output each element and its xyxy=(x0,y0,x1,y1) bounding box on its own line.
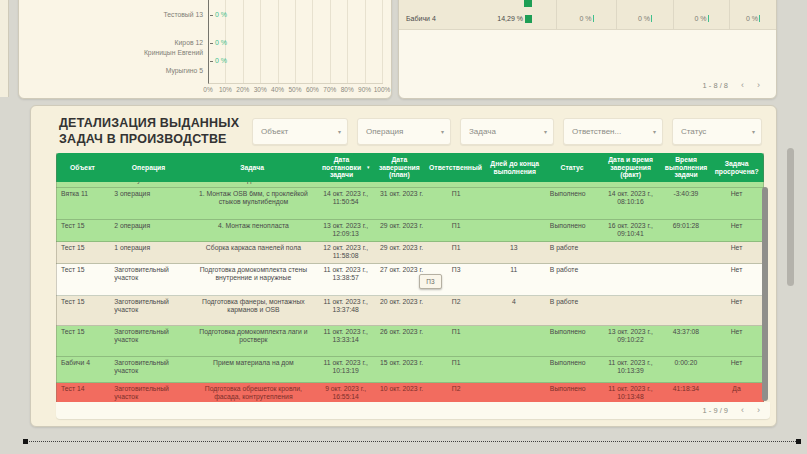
cell-object: Тест 15 xyxy=(56,296,109,325)
column-header-3[interactable]: Дата постановки задачи▾ xyxy=(316,153,372,182)
clipped-text: дом xyxy=(189,182,318,183)
cell-overdue: Нет xyxy=(709,357,764,382)
kpi-percent-value: 0 % xyxy=(638,15,650,22)
mini-progress-bar xyxy=(593,15,594,22)
cell-fact xyxy=(598,242,663,263)
kpi-page-range: 1 - 8 / 8 xyxy=(703,81,728,90)
chart-value-label: 0 % xyxy=(210,39,227,46)
chart-category-label: Тестовый 13 xyxy=(131,11,203,19)
column-header-5[interactable]: Ответственный xyxy=(427,153,484,182)
cell-operation: 3 операция xyxy=(109,188,189,219)
cell-overdue: Нет xyxy=(709,220,764,241)
cell-task: Прием материала на дом xyxy=(189,357,318,382)
cell-operation: Заготовительный участок xyxy=(109,326,189,356)
left-panel-edge xyxy=(0,0,9,97)
filter-label: Статус xyxy=(681,127,706,136)
cell-fact xyxy=(598,296,663,325)
column-header-7[interactable]: Статус xyxy=(546,153,599,182)
task-table: ОбъектОперацияЗадачаДата постановки зада… xyxy=(56,153,764,411)
kpi-pagination: 1 - 8 / 8 ‹ › xyxy=(703,81,760,90)
filter-object[interactable]: Объект▾ xyxy=(252,118,348,145)
clipped-cell: дом xyxy=(189,182,318,187)
axis-tick-icon xyxy=(210,43,213,44)
cell-start: 11 окт. 2023 г., 13:37:48 xyxy=(318,296,374,325)
filter-bar: Объект▾Операция▾Задача▾Ответствен...▾Ста… xyxy=(252,116,762,145)
cell-days_left xyxy=(483,357,545,382)
column-header-6[interactable]: Дней до конца выполнения xyxy=(484,153,546,182)
cell-task: Подготовка домокомплекта лаги и ростверк xyxy=(189,326,318,356)
cell-status: В работе xyxy=(545,296,598,325)
kpi-percent-cell: 0 % xyxy=(556,8,616,29)
column-header-2[interactable]: Задача xyxy=(188,153,316,182)
kpi-prev-page-button[interactable]: ‹ xyxy=(741,81,744,90)
selection-handle-left[interactable] xyxy=(23,439,28,444)
cell-fact: 13 окт. 2023 г., 09:10:22 xyxy=(598,326,663,356)
cell-overdue: Нет xyxy=(709,188,764,219)
cell-duration xyxy=(663,296,709,325)
filter-operation[interactable]: Операция▾ xyxy=(357,118,451,145)
column-header-8[interactable]: Дата и время завершения (факт) xyxy=(598,153,662,182)
kpi-percent-cell: 0 % xyxy=(729,8,776,29)
cell-duration: 69:01:28 xyxy=(663,220,709,241)
cell-days_left: 4 xyxy=(483,296,545,325)
cell-object: Тест 15 xyxy=(56,242,109,263)
clipped-cell xyxy=(598,182,663,187)
table-prev-page-button[interactable]: ‹ xyxy=(741,406,744,415)
filter-task[interactable]: Задача▾ xyxy=(460,118,554,145)
cell-responsible: П1 xyxy=(430,242,483,263)
table-next-page-button[interactable]: › xyxy=(757,406,760,415)
cell-responsible: П1 xyxy=(430,326,483,356)
table-header-row: ОбъектОперацияЗадачаДата постановки зада… xyxy=(56,153,764,182)
selection-handle-right[interactable] xyxy=(796,439,801,444)
column-header-1[interactable]: Операция xyxy=(109,153,188,182)
window-scrollbar[interactable] xyxy=(787,148,794,286)
column-header-10[interactable]: Задача просрочена? xyxy=(709,153,764,182)
cell-duration xyxy=(663,242,709,263)
cell-fact: 11 окт. 2023 г., 10:13:39 xyxy=(598,357,663,382)
cell-object: Тест 15 xyxy=(56,326,109,356)
column-header-0[interactable]: Объект xyxy=(56,153,109,182)
cell-start: 11 окт. 2023 г., 10:13:19 xyxy=(318,357,374,382)
cell-divider xyxy=(673,0,674,8)
objects-progress-card: Бабичи 4 14,29 % 0 %0 %0 %0 % 1 - 8 / 8 … xyxy=(398,0,777,99)
column-header-4[interactable]: Дата завершения (план) xyxy=(372,153,428,182)
cell-days_left xyxy=(483,326,545,356)
cell-duration: 0:00:20 xyxy=(663,357,709,382)
mini-progress-bar xyxy=(708,15,709,22)
cell-status: В работе xyxy=(545,264,598,295)
clipped-cell xyxy=(663,182,709,187)
responsible-tooltip: П3 xyxy=(419,274,442,289)
filter-label: Операция xyxy=(366,127,403,136)
cell-status: Выполнено xyxy=(545,357,598,382)
cell-object: Бабичи 4 xyxy=(56,357,109,382)
dropdown-arrow-icon: ▾ xyxy=(338,128,341,135)
table-row: Вятка 113 операция1. Монтаж OSB 6мм, с п… xyxy=(56,188,764,220)
clipped-cell xyxy=(545,182,598,187)
cell-days_left: 11 xyxy=(483,264,545,295)
clipped-cell xyxy=(318,182,374,187)
cell-divider xyxy=(616,0,617,8)
cell-operation: 1 операция xyxy=(109,242,189,263)
cell-status: Выполнено xyxy=(545,188,598,219)
filter-label: Ответствен... xyxy=(572,127,621,136)
filter-responsible[interactable]: Ответствен...▾ xyxy=(563,118,663,145)
filter-status[interactable]: Статус▾ xyxy=(672,118,762,145)
cell-task: Подготовка фанеры, монтажных карманов и … xyxy=(189,296,318,325)
cell-operation: Заготовительный участок xyxy=(109,296,189,325)
page-title: ДЕТАЛИЗАЦИЯ ВЫДАННЫХ ЗАДАЧ В ПРОИЗВОДСТВ… xyxy=(59,116,252,147)
cell-task: 1. Монтаж OSB 6мм, с проклейкой стыков м… xyxy=(189,188,318,219)
column-header-9[interactable]: Время выполнения задачи xyxy=(663,153,710,182)
table-scrollbar[interactable] xyxy=(762,187,768,401)
cell-duration xyxy=(663,264,709,295)
cell-operation: Заготовительный участок xyxy=(109,357,189,382)
detail-header: ДЕТАЛИЗАЦИЯ ВЫДАННЫХ ЗАДАЧ В ПРОИЗВОДСТВ… xyxy=(31,106,776,152)
kpi-next-page-button[interactable]: › xyxy=(757,81,760,90)
cell-responsible: П2 xyxy=(430,296,483,325)
sort-desc-icon: ▾ xyxy=(367,165,370,171)
cell-plan: 29 окт. 2023 г. xyxy=(374,242,430,263)
cell-task: Подготовка домокомплекта стены внутренни… xyxy=(189,264,318,295)
completion-chart-card: Тестовый 130 %Киров 120 %Криницын Евгени… xyxy=(18,0,392,99)
cell-divider xyxy=(729,0,730,8)
kpi-percent-value: 0 % xyxy=(579,15,591,22)
cell-overdue: Нет xyxy=(709,296,764,325)
